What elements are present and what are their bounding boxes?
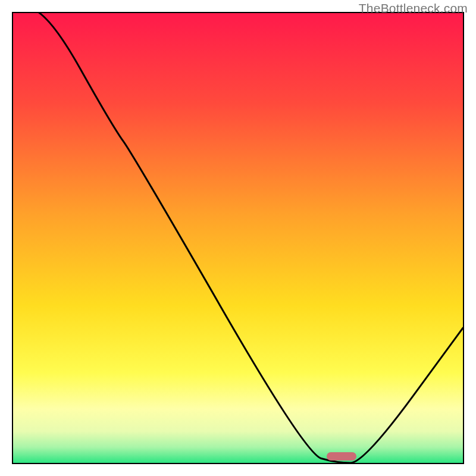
watermark-text: TheBottleneck.com bbox=[359, 1, 468, 15]
optimal-marker bbox=[327, 452, 356, 461]
bottleneck-curve bbox=[13, 13, 463, 463]
chart-plot-area bbox=[12, 12, 464, 464]
